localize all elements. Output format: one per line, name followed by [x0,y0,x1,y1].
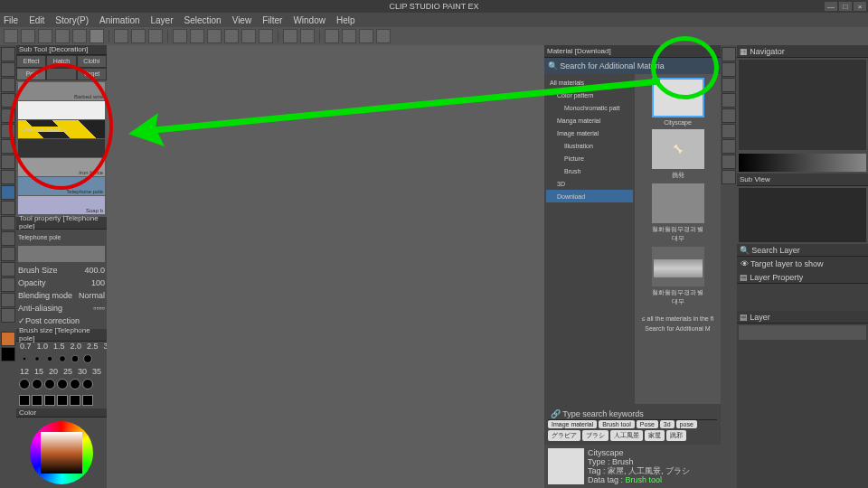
mat-icon[interactable] [722,93,736,108]
brush-cityscape[interactable] [18,101,105,119]
tree-manga[interactable]: Manga material [546,114,633,127]
menu-selection[interactable]: Selection [184,15,222,25]
size-swatch[interactable] [70,395,80,406]
menu-story[interactable]: Story(P) [55,15,89,25]
foreground-color-icon[interactable] [1,332,15,346]
mat-icon[interactable] [722,139,736,154]
target-layer[interactable]: 👁 Target layer to show [737,257,868,271]
mat-icon[interactable] [722,78,736,92]
keyword-tag[interactable]: Pose [637,420,658,428]
subview-area[interactable] [739,188,866,242]
toolbar-icon[interactable] [342,29,356,43]
tab-clothing[interactable]: Clothi [77,55,107,68]
tool-icon[interactable] [1,262,15,277]
keyword-tag[interactable]: グラビア [548,430,580,441]
tab-extra[interactable] [46,68,76,80]
keyword-tag[interactable]: ブラシ [582,430,609,441]
tree-color[interactable]: Color pattern [546,89,633,101]
menu-animation[interactable]: Animation [99,15,139,25]
color-wheel[interactable] [30,421,93,484]
tree-download[interactable]: Download [546,190,633,202]
tool-icon[interactable] [1,108,15,123]
layer-row[interactable] [739,325,866,340]
toolbar-icon[interactable] [173,29,187,43]
background-color-icon[interactable] [1,347,15,361]
toolbar-icon[interactable] [325,29,339,43]
tool-icon[interactable] [1,247,15,261]
mat-icon[interactable] [722,155,736,169]
size-swatch[interactable] [47,356,52,361]
brush-barbed-wire[interactable]: Barbed wire [18,82,105,100]
menu-window[interactable]: Window [293,15,326,25]
tree-brush[interactable]: Brush [546,164,633,177]
size-swatch[interactable] [23,357,26,361]
mat-icon[interactable] [722,62,736,77]
tab-vegetation[interactable]: Veget [77,68,107,80]
tool-icon[interactable] [1,308,15,323]
keyword-tag[interactable]: 人工風景 [610,430,643,441]
tool-icon[interactable] [1,78,15,92]
toolbar-icon[interactable] [148,29,163,43]
mat-icon[interactable] [722,124,736,138]
size-swatch[interactable] [44,379,55,389]
toolbar-icon[interactable] [224,29,239,43]
size-swatch[interactable] [35,356,40,361]
size-swatch[interactable] [57,379,68,389]
size-swatch[interactable] [32,395,42,406]
thumb-ring[interactable]: 철화올림무경과 별대무 [652,247,704,306]
size-swatch[interactable] [59,355,65,361]
tool-icon[interactable] [1,231,15,246]
tool-icon[interactable] [1,170,15,184]
toolbar-icon[interactable] [72,29,87,43]
toolbar-icon[interactable] [55,29,70,43]
brush-soap[interactable]: Soap b [18,196,105,214]
keyword-tag[interactable]: pose [676,420,697,428]
tool-icon[interactable] [1,293,15,307]
tool-icon[interactable] [1,155,15,169]
size-swatch[interactable] [19,379,30,389]
menu-layer[interactable]: Layer [151,15,174,25]
menu-file[interactable]: File [4,15,18,25]
gradient-strip[interactable] [739,154,866,172]
brush-size-value[interactable]: 400.0 [78,266,105,275]
toolbar-icon[interactable] [207,29,222,43]
toolbar-icon[interactable] [21,29,35,43]
menu-help[interactable]: Help [336,15,355,25]
material-search[interactable]: 🔍 Search for Additional Materia [544,58,721,74]
size-swatch[interactable] [82,379,93,389]
size-swatch[interactable] [83,354,92,363]
mat-icon[interactable] [722,108,736,123]
blend-value[interactable]: Normal [78,291,105,300]
sv-square[interactable] [41,432,82,474]
mat-icon[interactable] [722,170,736,184]
maximize-icon[interactable]: □ [839,2,852,11]
tree-picture[interactable]: Picture [546,152,633,164]
menu-view[interactable]: View [232,15,252,25]
canvas-area[interactable] [107,45,544,488]
tree-mono[interactable]: Monochromatic patt [546,101,633,114]
tool-icon[interactable] [1,216,15,230]
toolbar-icon[interactable] [241,29,256,43]
thumb-cityscape[interactable]: Cityscape [652,78,704,126]
toolbar-icon[interactable] [300,29,315,43]
size-swatch[interactable] [32,379,42,389]
size-swatch[interactable] [71,354,79,361]
tree-all[interactable]: All materials [546,76,633,89]
thumb-hair[interactable]: 철화올림무경과 별대무 [652,183,704,243]
tree-illust[interactable]: Illustration [546,139,633,152]
close-icon[interactable]: × [854,2,866,11]
size-swatch[interactable] [82,395,93,406]
tool-icon[interactable] [1,62,15,77]
menu-filter[interactable]: Filter [262,15,282,25]
toolbar-icon[interactable] [131,29,146,43]
toolbar-icon[interactable] [38,29,52,43]
decoration-tool-icon[interactable] [1,185,15,200]
size-swatch[interactable] [44,395,55,406]
toolbar-icon[interactable] [376,29,391,43]
tool-icon[interactable] [1,124,15,138]
keyword-tag[interactable]: Brush tool [599,420,635,428]
tool-icon[interactable] [1,47,15,61]
tool-icon[interactable] [1,93,15,108]
toolbar-icon[interactable] [190,29,204,43]
toolbar-icon[interactable] [359,29,373,43]
